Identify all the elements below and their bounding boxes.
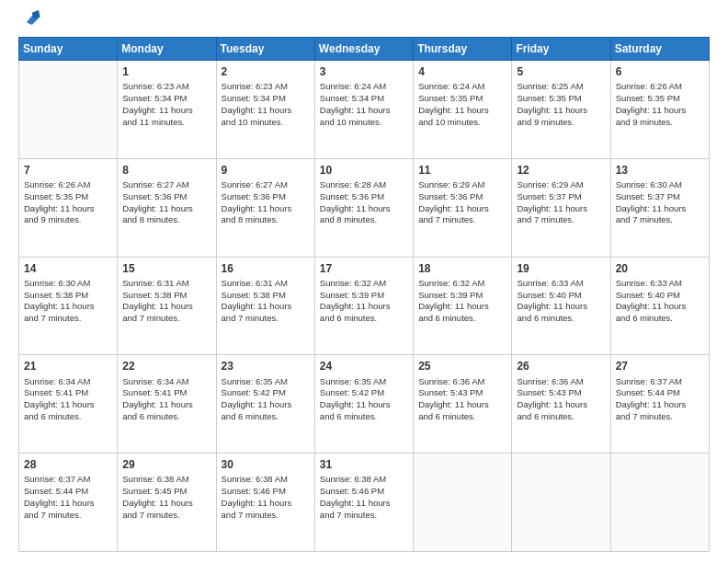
cell-content-line: Sunrise: 6:23 AM xyxy=(122,81,210,93)
calendar-cell: 16Sunrise: 6:31 AMSunset: 5:38 PMDayligh… xyxy=(216,257,314,355)
cell-content-line: and 10 minutes. xyxy=(418,117,506,129)
cell-content-line: and 11 minutes. xyxy=(122,117,210,129)
calendar-cell: 26Sunrise: 6:36 AMSunset: 5:43 PMDayligh… xyxy=(512,355,610,454)
cell-content-line: Sunrise: 6:38 AM xyxy=(320,474,408,486)
cell-content-line: Sunset: 5:40 PM xyxy=(616,290,704,302)
day-number: 17 xyxy=(320,261,408,276)
day-number: 27 xyxy=(616,359,704,373)
calendar-header-row: SundayMondayTuesdayWednesdayThursdayFrid… xyxy=(19,38,710,61)
cell-content-line: Sunrise: 6:33 AM xyxy=(517,278,605,290)
cell-content-line: Daylight: 11 hours xyxy=(418,203,506,215)
calendar-cell: 25Sunrise: 6:36 AMSunset: 5:43 PMDayligh… xyxy=(414,355,512,454)
cell-content-line: Sunset: 5:38 PM xyxy=(222,290,310,302)
cell-content-line: Daylight: 11 hours xyxy=(222,105,310,117)
cell-content-line: Daylight: 11 hours xyxy=(517,399,605,411)
calendar-cell: 14Sunrise: 6:30 AMSunset: 5:38 PMDayligh… xyxy=(19,257,118,355)
cell-content-line: Sunrise: 6:32 AM xyxy=(320,278,408,290)
svg-marker-1 xyxy=(32,10,40,18)
cell-content-line: Daylight: 11 hours xyxy=(616,203,704,215)
cell-content-line: and 8 minutes. xyxy=(122,214,210,226)
day-number: 10 xyxy=(320,163,408,178)
cell-content-line: Daylight: 11 hours xyxy=(122,105,210,117)
calendar-cell: 21Sunrise: 6:34 AMSunset: 5:41 PMDayligh… xyxy=(19,355,118,454)
cell-content-line: Sunset: 5:41 PM xyxy=(122,387,210,399)
calendar-week-row: 7Sunrise: 6:26 AMSunset: 5:35 PMDaylight… xyxy=(19,158,710,257)
cell-content-line: Sunset: 5:36 PM xyxy=(222,191,310,203)
calendar-week-row: 14Sunrise: 6:30 AMSunset: 5:38 PMDayligh… xyxy=(19,257,710,355)
day-number: 21 xyxy=(24,359,112,373)
cell-content-line: and 7 minutes. xyxy=(122,313,210,325)
calendar-table: SundayMondayTuesdayWednesdayThursdayFrid… xyxy=(18,37,710,552)
cell-content-line: Sunset: 5:34 PM xyxy=(222,93,310,105)
day-number: 31 xyxy=(320,457,408,472)
cell-content-line: Sunset: 5:44 PM xyxy=(24,486,112,498)
calendar-cell: 12Sunrise: 6:29 AMSunset: 5:37 PMDayligh… xyxy=(512,158,610,257)
calendar-week-row: 21Sunrise: 6:34 AMSunset: 5:41 PMDayligh… xyxy=(19,355,710,454)
cell-content-line: Sunset: 5:35 PM xyxy=(616,93,704,105)
cell-content-line: Sunrise: 6:27 AM xyxy=(122,179,210,191)
cell-content-line: Sunset: 5:36 PM xyxy=(320,191,408,203)
cell-content-line: and 7 minutes. xyxy=(517,214,605,226)
day-number: 6 xyxy=(616,64,704,79)
cell-content-line: and 7 minutes. xyxy=(616,214,704,226)
cell-content-line: and 6 minutes. xyxy=(517,313,605,325)
cell-content-line: and 9 minutes. xyxy=(517,117,605,129)
cell-content-line: Sunset: 5:46 PM xyxy=(320,486,408,498)
calendar-cell: 9Sunrise: 6:27 AMSunset: 5:36 PMDaylight… xyxy=(216,158,314,257)
calendar-cell: 27Sunrise: 6:37 AMSunset: 5:44 PMDayligh… xyxy=(610,355,709,454)
page: SundayMondayTuesdayWednesdayThursdayFrid… xyxy=(0,0,728,563)
calendar-cell: 8Sunrise: 6:27 AMSunset: 5:36 PMDaylight… xyxy=(118,158,216,257)
cell-content-line: and 7 minutes. xyxy=(24,313,112,325)
cell-content-line: Daylight: 11 hours xyxy=(320,301,408,313)
cell-content-line: and 6 minutes. xyxy=(418,411,506,423)
calendar-cell: 23Sunrise: 6:35 AMSunset: 5:42 PMDayligh… xyxy=(216,355,314,454)
logo xyxy=(18,20,41,28)
cell-content-line: Sunrise: 6:33 AM xyxy=(616,278,704,290)
header xyxy=(18,17,710,28)
day-number: 4 xyxy=(418,64,506,79)
cell-content-line: Sunset: 5:39 PM xyxy=(320,290,408,302)
cell-content-line: Daylight: 11 hours xyxy=(222,301,310,313)
cell-content-line: and 6 minutes. xyxy=(222,411,310,423)
cell-content-line: Sunrise: 6:31 AM xyxy=(222,278,310,290)
weekday-header-friday: Friday xyxy=(512,38,610,61)
cell-content-line: Sunset: 5:46 PM xyxy=(222,486,310,498)
cell-content-line: Sunrise: 6:29 AM xyxy=(418,179,506,191)
cell-content-line: Daylight: 11 hours xyxy=(122,498,210,510)
calendar-cell: 20Sunrise: 6:33 AMSunset: 5:40 PMDayligh… xyxy=(610,257,709,355)
cell-content-line: Sunrise: 6:27 AM xyxy=(222,179,310,191)
weekday-header-tuesday: Tuesday xyxy=(216,38,314,61)
day-number: 24 xyxy=(320,359,408,373)
day-number: 16 xyxy=(222,261,310,276)
cell-content-line: Sunset: 5:35 PM xyxy=(418,93,506,105)
cell-content-line: Sunset: 5:41 PM xyxy=(24,387,112,399)
cell-content-line: Sunset: 5:40 PM xyxy=(517,290,605,302)
cell-content-line: Daylight: 11 hours xyxy=(320,203,408,215)
calendar-week-row: 28Sunrise: 6:37 AMSunset: 5:44 PMDayligh… xyxy=(19,454,710,552)
day-number: 19 xyxy=(517,261,605,276)
cell-content-line: Daylight: 11 hours xyxy=(517,203,605,215)
cell-content-line: Sunset: 5:42 PM xyxy=(320,387,408,399)
day-number: 25 xyxy=(418,359,506,373)
cell-content-line: Sunset: 5:34 PM xyxy=(122,93,210,105)
day-number: 1 xyxy=(122,64,210,79)
cell-content-line: Daylight: 11 hours xyxy=(24,203,112,215)
cell-content-line: Daylight: 11 hours xyxy=(616,105,704,117)
cell-content-line: Daylight: 11 hours xyxy=(418,105,506,117)
calendar-cell: 6Sunrise: 6:26 AMSunset: 5:35 PMDaylight… xyxy=(610,61,709,159)
day-number: 14 xyxy=(24,261,112,276)
day-number: 3 xyxy=(320,64,408,79)
cell-content-line: Daylight: 11 hours xyxy=(222,498,310,510)
cell-content-line: Daylight: 11 hours xyxy=(616,399,704,411)
calendar-cell: 10Sunrise: 6:28 AMSunset: 5:36 PMDayligh… xyxy=(314,158,413,257)
day-number: 5 xyxy=(517,64,605,79)
cell-content-line: Sunrise: 6:30 AM xyxy=(616,179,704,191)
calendar-cell: 29Sunrise: 6:38 AMSunset: 5:45 PMDayligh… xyxy=(118,454,216,552)
cell-content-line: and 9 minutes. xyxy=(24,214,112,226)
cell-content-line: Sunrise: 6:32 AM xyxy=(418,278,506,290)
calendar-cell: 15Sunrise: 6:31 AMSunset: 5:38 PMDayligh… xyxy=(118,257,216,355)
cell-content-line: and 7 minutes. xyxy=(320,510,408,522)
calendar-cell: 18Sunrise: 6:32 AMSunset: 5:39 PMDayligh… xyxy=(414,257,512,355)
cell-content-line: and 6 minutes. xyxy=(320,411,408,423)
calendar-cell: 7Sunrise: 6:26 AMSunset: 5:35 PMDaylight… xyxy=(19,158,118,257)
